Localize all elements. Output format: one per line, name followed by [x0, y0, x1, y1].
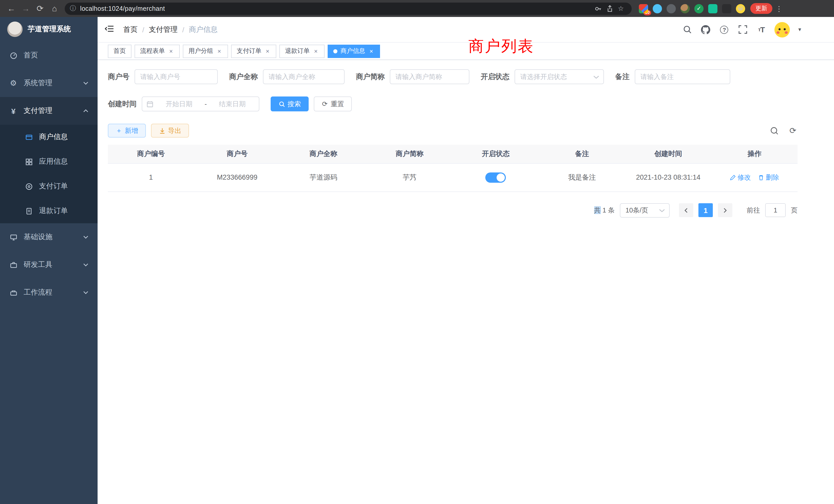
github-icon[interactable] [701, 24, 711, 35]
share-icon[interactable] [604, 5, 615, 12]
extension-check-icon[interactable]: ✓ [694, 4, 704, 13]
tab-merchant-info[interactable]: 商户信息 × [328, 44, 380, 58]
workflow-icon [9, 289, 18, 297]
sidebar-item-payment[interactable]: ¥ 支付管理 [0, 97, 97, 125]
chevron-down-icon [83, 290, 88, 295]
browser-reload-icon[interactable]: ⟳ [33, 1, 47, 16]
sidebar-item-home[interactable]: 首页 [0, 42, 97, 69]
emoji-extension-icon[interactable]: 😀 [736, 4, 745, 13]
col-header-status: 开启状态 [453, 145, 539, 163]
remark-input[interactable] [635, 69, 730, 84]
export-button[interactable]: 导出 [151, 124, 189, 138]
end-date-placeholder: 结束日期 [210, 99, 255, 109]
avatar-caret-icon[interactable]: ▾ [798, 26, 801, 33]
export-button-label: 导出 [168, 126, 181, 135]
extension-dark-icon[interactable] [666, 4, 676, 13]
tab-refund-order[interactable]: 退款订单 × [279, 44, 325, 58]
chrome-update-button[interactable]: 更新 [750, 3, 772, 14]
sidebar-item-app-info[interactable]: 应用信息 [0, 150, 97, 174]
sidebar-item-refund-order[interactable]: 退款订单 [0, 199, 97, 223]
goto-page-input[interactable] [765, 203, 786, 217]
table-header-row: 商户编号 商户号 商户全称 商户简称 开启状态 备注 创建时间 操作 [108, 145, 797, 163]
refresh-table-icon[interactable]: ⟳ [788, 126, 797, 135]
site-info-icon[interactable]: ⓘ [70, 4, 76, 13]
cell-index: 1 [108, 163, 194, 191]
filter-full-name: 商户全称 [229, 69, 345, 84]
table-toolbar: + 新增 导出 [108, 124, 797, 138]
merchant-no-input[interactable] [135, 69, 218, 84]
cell-full-name: 芋道源码 [280, 163, 367, 191]
select-placeholder: 请选择开启状态 [520, 72, 593, 81]
add-button-label: 新增 [125, 126, 138, 135]
col-header-index: 商户编号 [108, 145, 194, 163]
browser-back-icon[interactable]: ← [4, 1, 19, 16]
col-header-create-time: 创建时间 [625, 145, 711, 163]
sidebar: 芋道管理系统 首页 ⚙ 系统管理 ¥ 支付管理 [0, 17, 97, 504]
next-page-button[interactable] [718, 203, 732, 217]
sidebar-item-merchant-info[interactable]: 商户信息 [0, 125, 97, 150]
tab-label: 商户信息 [341, 47, 365, 55]
extension-badge: 10 [643, 10, 651, 15]
grid-icon [25, 158, 33, 166]
url-text[interactable]: localhost:1024/pay/merchant [80, 5, 165, 12]
avatar[interactable] [775, 22, 790, 37]
tab-label: 流程表单 [140, 47, 165, 55]
page-1-button[interactable]: 1 [698, 203, 713, 217]
help-icon[interactable]: ? [719, 24, 729, 35]
filter-remark: 备注 [615, 69, 730, 84]
tab-close-icon[interactable]: × [168, 47, 174, 55]
toggle-search-icon[interactable] [770, 126, 779, 135]
breadcrumb-home[interactable]: 首页 [123, 25, 138, 34]
tab-close-icon[interactable]: × [313, 47, 319, 55]
tab-close-icon[interactable]: × [216, 47, 222, 55]
tab-process-form[interactable]: 流程表单 × [135, 44, 180, 58]
tab-home[interactable]: 首页 [108, 44, 131, 58]
bookmark-star-icon[interactable]: ☆ [615, 5, 627, 12]
reset-button[interactable]: ⟳ 重置 [314, 96, 352, 111]
sidebar-item-system[interactable]: ⚙ 系统管理 [0, 69, 97, 97]
sidebar-item-workflow[interactable]: 工作流程 [0, 279, 97, 306]
extensions-grid-icon[interactable]: 10 [639, 4, 648, 13]
fullscreen-icon[interactable] [738, 24, 748, 35]
extension-avatar-icon[interactable] [680, 4, 690, 13]
edit-link[interactable]: 修改 [730, 173, 751, 182]
tab-user-group[interactable]: 用户分组 × [183, 44, 228, 58]
main-area: 首页 / 支付管理 / 商户信息 [97, 17, 834, 504]
prev-page-button[interactable] [679, 203, 693, 217]
delete-link[interactable]: 删除 [758, 173, 779, 182]
page-size-value: 10条/页 [626, 206, 659, 215]
sidebar-item-dev-tools[interactable]: 研发工具 [0, 251, 97, 279]
page-size-select[interactable]: 10条/页 [620, 203, 670, 217]
tab-pay-order[interactable]: 支付订单 × [231, 44, 276, 58]
tab-label: 支付订单 [237, 47, 261, 55]
browser-menu-icon[interactable]: ⋮ [774, 4, 784, 13]
sidebar-item-pay-order[interactable]: 支付订单 [0, 174, 97, 199]
field-label: 商户号 [108, 72, 129, 81]
search-icon[interactable] [682, 24, 693, 35]
date-range-picker[interactable]: 开始日期 - 结束日期 [142, 96, 259, 111]
sidebar-item-label: 支付管理 [24, 106, 83, 115]
sidebar-item-infrastructure[interactable]: 基础设施 [0, 223, 97, 251]
top-navbar: 首页 / 支付管理 / 商户信息 [97, 17, 834, 43]
cell-merchant-no: M233666999 [194, 163, 280, 191]
browser-forward-icon[interactable]: → [19, 1, 33, 16]
sidebar-collapse-icon[interactable] [105, 24, 115, 35]
extension-doc-icon[interactable] [708, 4, 718, 13]
full-name-input[interactable] [263, 69, 345, 84]
browser-home-icon[interactable]: ⌂ [47, 1, 62, 16]
address-bar[interactable]: ⓘ localhost:1024/pay/merchant ☆ [65, 2, 632, 15]
search-button[interactable]: 搜索 [271, 96, 309, 111]
add-button[interactable]: + 新增 [108, 124, 146, 138]
status-toggle[interactable] [486, 172, 506, 182]
edit-icon [730, 174, 736, 180]
filter-row-1: 商户号 商户全称 商户简称 开启状态 请选择开启状态 [108, 69, 797, 84]
font-size-icon[interactable]: тT [756, 24, 766, 35]
sidebar-logo[interactable]: 芋道管理系统 [0, 17, 97, 42]
extension-pin-icon[interactable] [722, 4, 731, 13]
tab-close-icon[interactable]: × [368, 47, 374, 55]
extension-drop-icon[interactable] [653, 4, 662, 13]
password-key-icon[interactable] [593, 5, 604, 12]
short-name-input[interactable] [390, 69, 469, 84]
tab-close-icon[interactable]: × [264, 47, 271, 55]
status-select[interactable]: 请选择开启状态 [514, 69, 604, 84]
